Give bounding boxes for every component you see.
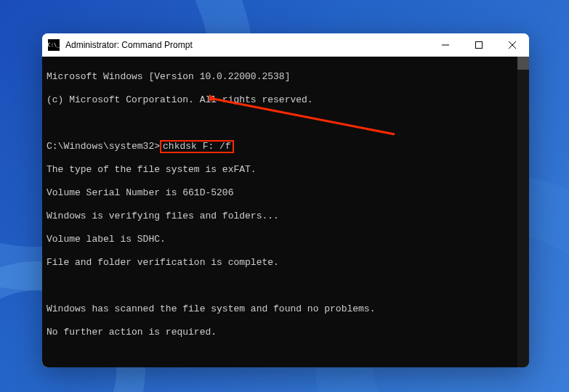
close-button[interactable] xyxy=(496,33,529,57)
output-line: File and folder verification is complete… xyxy=(47,257,525,269)
minimize-button[interactable] xyxy=(429,33,462,57)
output-line: The type of the file system is exFAT. xyxy=(47,164,525,176)
output-line: Windows is verifying files and folders..… xyxy=(47,211,525,222)
window-controls xyxy=(429,33,529,57)
copyright-line: (c) Microsoft Corporation. All rights re… xyxy=(47,94,525,106)
output-line: Windows has scanned the file system and … xyxy=(47,303,525,315)
maximize-button[interactable] xyxy=(462,33,496,57)
window-title: Administrator: Command Prompt xyxy=(65,40,429,50)
output-line: No further action is required. xyxy=(47,327,525,338)
titlebar[interactable]: Administrator: Command Prompt xyxy=(42,33,529,57)
svg-rect-1 xyxy=(476,42,483,49)
cmd-icon xyxy=(48,39,60,51)
scrollbar[interactable] xyxy=(517,57,529,367)
command-prompt-window: Administrator: Command Prompt Microsoft … xyxy=(42,33,529,367)
scrollbar-thumb[interactable] xyxy=(517,57,529,70)
terminal-output[interactable]: Microsoft Windows [Version 10.0.22000.25… xyxy=(42,57,529,367)
highlighted-command: chkdsk F: /f xyxy=(160,140,234,153)
output-line: Volume Serial Number is 661D-5206 xyxy=(47,187,525,199)
prompt-prefix: C:\Windows\system32> xyxy=(47,141,160,152)
output-line: Volume label is SDHC. xyxy=(47,234,525,245)
prompt-line-1: C:\Windows\system32>chkdsk F: /f xyxy=(47,141,525,152)
version-line: Microsoft Windows [Version 10.0.22000.25… xyxy=(47,71,525,83)
